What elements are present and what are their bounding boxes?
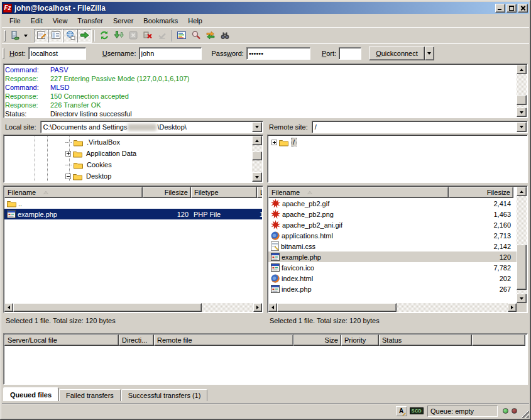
host-field[interactable] xyxy=(28,47,86,60)
expand-icon[interactable] xyxy=(271,140,277,145)
tree-item[interactable]: .VirtualBox xyxy=(5,136,261,148)
toolbar-grip[interactable] xyxy=(4,30,6,41)
remote-site-row: Remote site: / xyxy=(267,121,528,133)
expand-icon[interactable] xyxy=(65,151,71,157)
titlebar[interactable]: Fz john@localhost - FileZilla xyxy=(2,2,529,14)
menu-item-file[interactable]: File xyxy=(4,16,26,26)
username-field[interactable] xyxy=(139,47,202,60)
tree-item[interactable]: Application Data xyxy=(5,148,261,159)
scroll-left-button[interactable] xyxy=(268,303,277,312)
menu-item-edit[interactable]: Edit xyxy=(26,16,48,26)
file-row[interactable]: example.php120PHP File1 xyxy=(4,209,262,219)
message-log-scrollbar[interactable] xyxy=(517,65,527,117)
tree-item[interactable]: Desktop xyxy=(5,170,261,181)
tree-item[interactable]: / xyxy=(269,136,526,148)
scroll-up-button[interactable] xyxy=(517,65,527,74)
menu-item-bookmarks[interactable]: Bookmarks xyxy=(138,16,183,26)
column-header-directi-[interactable]: Directi... xyxy=(119,334,154,346)
site-manager-dropdown-button[interactable] xyxy=(22,29,29,43)
column-header-priority[interactable]: Priority xyxy=(341,334,379,346)
column-header-filesize[interactable]: Filesize xyxy=(143,187,191,198)
column-header-filesize[interactable]: Filesize xyxy=(449,187,513,198)
collapse-icon[interactable] xyxy=(65,174,71,179)
toggle-message-log-button[interactable] xyxy=(34,29,48,43)
local-hscrollbar[interactable] xyxy=(4,303,262,312)
quickconnect-dropdown-button[interactable] xyxy=(425,47,434,60)
file-row[interactable]: bitnami.css2,142 xyxy=(268,241,517,251)
column-header-filename[interactable]: Filename xyxy=(268,187,449,198)
local-site-combo[interactable]: C:\Documents and Settings\Desktop\ xyxy=(40,121,263,133)
remote-hscrollbar[interactable] xyxy=(268,303,517,312)
file-row[interactable]: apache_pb2_ani.gif2,160 xyxy=(268,219,517,230)
menu-item-transfer[interactable]: Transfer xyxy=(72,16,108,26)
speed-limit-icon[interactable]: SCD xyxy=(410,407,424,414)
menu-item-server[interactable]: Server xyxy=(108,16,138,26)
file-row[interactable]: .. xyxy=(4,198,262,209)
toggle-local-tree-button[interactable] xyxy=(48,29,63,43)
close-button[interactable] xyxy=(518,4,528,13)
password-field[interactable] xyxy=(246,47,310,60)
column-header-filename[interactable]: Filename xyxy=(4,187,143,198)
scroll-right-button[interactable] xyxy=(253,303,262,312)
column-header-filetype[interactable]: Filetype xyxy=(191,187,257,198)
toggle-queue-button[interactable] xyxy=(77,29,92,43)
find-button[interactable] xyxy=(217,29,232,43)
file-row[interactable]: index.php267 xyxy=(268,284,517,294)
remote-site-dropdown-button[interactable] xyxy=(517,122,527,132)
file-row[interactable]: index.html202 xyxy=(268,273,517,284)
refresh-button[interactable] xyxy=(97,29,111,43)
column-header-blank[interactable] xyxy=(472,334,525,346)
file-cell: apache_pb2.png xyxy=(268,209,449,219)
menu-item-help[interactable]: Help xyxy=(183,16,207,26)
quickconnect-grip[interactable] xyxy=(3,48,4,59)
local-site-dropdown-button[interactable] xyxy=(252,122,262,132)
site-manager-icon xyxy=(10,30,20,41)
filter-button[interactable] xyxy=(189,29,203,43)
synchronized-browsing-button[interactable] xyxy=(203,29,217,43)
file-row[interactable]: apache_pb2.gif2,414 xyxy=(268,198,517,209)
resize-grip[interactable] xyxy=(520,409,529,418)
tab-queued-files[interactable]: Queued files xyxy=(3,387,58,401)
scroll-down-button[interactable] xyxy=(517,294,527,303)
directory-comparison-button[interactable] xyxy=(174,29,189,43)
scroll-thumb[interactable] xyxy=(13,303,202,312)
column-header-remote-file[interactable]: Remote file xyxy=(154,334,293,346)
tab-successful-transfers-1-[interactable]: Successful transfers (1) xyxy=(121,389,208,401)
scroll-right-button[interactable] xyxy=(508,303,517,312)
scroll-thumb[interactable] xyxy=(252,152,262,160)
local-tree-scrollbar[interactable] xyxy=(252,136,262,182)
log-text: Directory listing successful xyxy=(50,109,132,116)
column-header-status[interactable]: Status xyxy=(379,334,472,346)
disconnect-button[interactable] xyxy=(140,29,155,43)
remote-site-combo[interactable]: / xyxy=(312,121,528,133)
scroll-thumb[interactable] xyxy=(277,303,397,312)
local-status-text: Selected 1 file. Total size: 120 bytes xyxy=(3,315,263,326)
menu-item-view[interactable]: View xyxy=(48,16,73,26)
data-type-icon[interactable]: A xyxy=(396,406,407,416)
quickconnect-button[interactable]: Quickconnect xyxy=(369,47,425,60)
scroll-down-button[interactable] xyxy=(517,108,527,117)
scroll-thumb[interactable] xyxy=(517,245,527,290)
tree-item[interactable]: Cookies xyxy=(5,159,261,170)
file-name: index.php xyxy=(282,285,312,293)
file-row[interactable]: example.php120 xyxy=(268,251,517,262)
column-header-server-local-file[interactable]: Server/Local file xyxy=(4,334,119,346)
toggle-remote-tree-button[interactable] xyxy=(63,29,77,43)
scroll-thumb[interactable] xyxy=(517,95,527,105)
scroll-up-button[interactable] xyxy=(517,187,527,196)
scroll-up-button[interactable] xyxy=(252,136,262,145)
file-row[interactable]: applications.html2,713 xyxy=(268,230,517,241)
column-header-size[interactable]: Size xyxy=(293,334,341,346)
tab-failed-transfers[interactable]: Failed transfers xyxy=(59,389,121,401)
process-queue-button[interactable] xyxy=(111,29,126,43)
file-row[interactable]: apache_pb2.png1,463 xyxy=(268,209,517,219)
site-manager-button[interactable] xyxy=(8,29,22,43)
maximize-button[interactable] xyxy=(506,4,517,13)
column-header-l[interactable]: L xyxy=(257,187,262,198)
scroll-left-button[interactable] xyxy=(4,303,13,312)
remote-vscrollbar[interactable] xyxy=(517,187,527,303)
port-field[interactable] xyxy=(339,47,361,60)
scroll-down-button[interactable] xyxy=(252,172,262,182)
minimize-button[interactable] xyxy=(495,4,505,13)
file-row[interactable]: favicon.ico7,782 xyxy=(268,262,517,273)
